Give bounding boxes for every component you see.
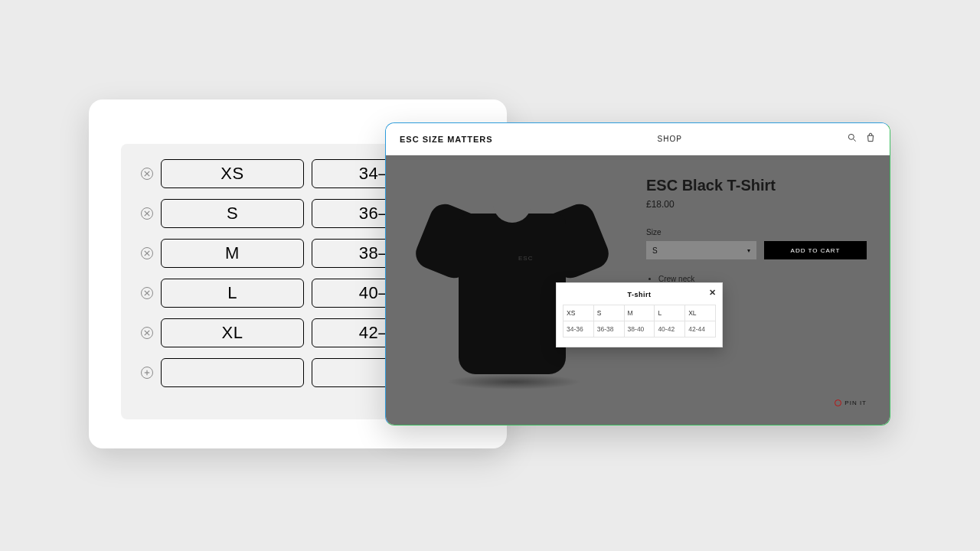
table-row: 34-36 36-38 38-40 40-42 42-44	[564, 321, 716, 337]
size-chart-cell: 38-40	[624, 321, 655, 337]
remove-row-icon[interactable]	[141, 247, 153, 259]
remove-row-icon[interactable]	[141, 207, 153, 220]
size-cell[interactable]: L	[161, 279, 304, 308]
remove-row-icon[interactable]	[141, 327, 153, 339]
size-cell[interactable]: S	[161, 199, 304, 228]
size-cell[interactable]: XL	[161, 318, 304, 347]
storefront-preview: ESC SIZE MATTERS SHOP ESC ESC Black T-Sh…	[385, 122, 890, 425]
size-chart-title: T-shirt	[627, 291, 651, 298]
pin-it-label: PIN IT	[844, 399, 867, 406]
size-chart-cell: 42-44	[685, 321, 716, 337]
size-select[interactable]: S ▾	[646, 241, 756, 259]
size-chart-cell: 36-38	[593, 321, 624, 337]
remove-row-icon[interactable]	[141, 168, 153, 180]
size-chart-header: S	[593, 305, 624, 321]
size-chart-cell: 34-36	[564, 321, 594, 337]
size-chart-table: XS S M L XL 34-36 36-38 38-40 40-42 42-4…	[563, 305, 716, 337]
size-chart-header: L	[655, 305, 685, 321]
size-chart-header: M	[624, 305, 655, 321]
store-nav-link[interactable]: SHOP	[493, 135, 847, 143]
product-title: ESC Black T-Shirt	[646, 177, 867, 194]
close-icon[interactable]: ✕	[709, 288, 717, 298]
search-icon[interactable]	[847, 132, 858, 146]
size-chart-header: XL	[685, 305, 716, 321]
add-row-icon[interactable]	[141, 367, 153, 379]
size-select-value: S	[652, 246, 658, 255]
size-chart-popup: T-shirt ✕ XS S M L XL 34-36 36-38 38-40 …	[556, 282, 723, 347]
store-body: ESC ESC Black T-Shirt £18.00 Size S ▾ AD…	[386, 155, 890, 425]
svg-point-12	[848, 134, 854, 139]
size-cell[interactable]: XS	[161, 159, 304, 188]
store-brand: ESC SIZE MATTERS	[400, 135, 493, 144]
tshirt-logo: ESC	[518, 255, 533, 262]
cart-icon[interactable]	[865, 132, 876, 146]
size-label: Size	[646, 228, 867, 236]
pin-it-button[interactable]: PIN IT	[835, 399, 867, 406]
add-to-cart-button[interactable]: ADD TO CART	[764, 241, 867, 259]
size-cell[interactable]: M	[161, 239, 304, 268]
chevron-down-icon: ▾	[747, 247, 750, 254]
table-row: XS S M L XL	[564, 305, 716, 321]
store-header: ESC SIZE MATTERS SHOP	[386, 123, 890, 155]
size-cell[interactable]	[161, 358, 304, 387]
size-chart-cell: 40-42	[655, 321, 685, 337]
svg-line-13	[854, 139, 856, 141]
pinterest-icon	[835, 399, 841, 406]
product-price: £18.00	[646, 199, 867, 210]
remove-row-icon[interactable]	[141, 287, 153, 299]
size-chart-header: XS	[564, 305, 594, 321]
